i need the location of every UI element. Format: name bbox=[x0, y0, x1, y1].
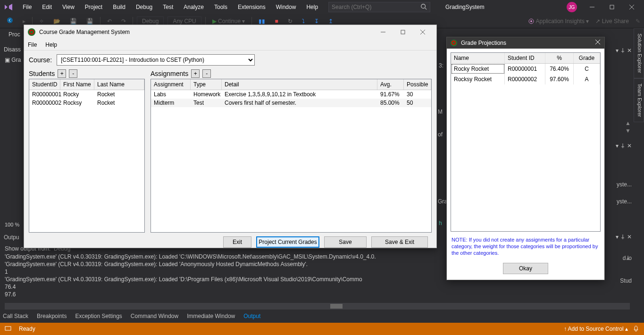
live-share-button[interactable]: ↗ Live Share bbox=[595, 18, 629, 25]
notifications-icon[interactable] bbox=[633, 325, 639, 333]
menu-debug[interactable]: Debug bbox=[131, 2, 157, 12]
sidetab-team-explorer[interactable]: Team Explorer bbox=[634, 78, 644, 122]
tab-output[interactable]: Output bbox=[243, 313, 260, 319]
student-add-button[interactable]: + bbox=[58, 69, 66, 78]
col-studentid[interactable]: StudentID bbox=[29, 79, 60, 90]
save-icon[interactable]: 💾 bbox=[67, 17, 80, 25]
assignment-row[interactable]: Labs Homework Exercise 1,3,5,8,9,10,12 i… bbox=[151, 90, 431, 99]
win2-close[interactable] bbox=[595, 40, 601, 46]
col-avg[interactable]: Avg. bbox=[377, 79, 404, 90]
win2-titlebar[interactable]: Grade Projections bbox=[447, 37, 604, 49]
global-search[interactable] bbox=[328, 2, 430, 12]
student-row[interactable]: R00000001 Rocky Rocket bbox=[29, 90, 144, 99]
projection-row[interactable]: Rocksy Rocket R00000002 97.60% A bbox=[451, 74, 600, 84]
tab-callstack[interactable]: Call Stack bbox=[3, 313, 28, 319]
dbg-pause-icon[interactable]: ▮▮ bbox=[256, 17, 268, 25]
menu-analyze[interactable]: Analyze bbox=[179, 2, 209, 12]
doc-tab[interactable]: ▣ Gra bbox=[5, 57, 21, 63]
nav-back-icon[interactable] bbox=[4, 16, 16, 26]
exit-button[interactable]: Exit bbox=[223, 236, 251, 248]
student-row[interactable]: R00000002 Rocksy Rocket bbox=[29, 99, 144, 107]
undo-icon[interactable]: ↶ bbox=[104, 17, 115, 25]
menu-file[interactable]: File bbox=[18, 2, 36, 12]
menu-window[interactable]: Window bbox=[271, 2, 301, 12]
menu-edit[interactable]: Edit bbox=[37, 2, 57, 12]
dbg-step-over-icon[interactable]: ⤵ bbox=[299, 17, 308, 25]
projections-grid[interactable]: Name Student ID % Grade Rocky Rocket R00… bbox=[451, 52, 601, 232]
assignments-grid[interactable]: Assignment Type Detail Avg. Possible Lab… bbox=[151, 79, 432, 233]
okay-button[interactable]: Okay bbox=[503, 263, 548, 274]
toolwindow-controls-2[interactable]: ▾ ✕ bbox=[616, 142, 632, 149]
feedback-icon[interactable]: ✎ bbox=[636, 18, 640, 25]
disassembly-tab[interactable]: Disass bbox=[4, 46, 21, 53]
save-exit-button[interactable]: Save & Exit bbox=[371, 236, 428, 248]
students-grid[interactable]: StudentID First Name Last Name R00000001… bbox=[29, 79, 145, 233]
win1-titlebar[interactable]: Course Grade Management System bbox=[24, 25, 436, 39]
assignment-add-button[interactable]: + bbox=[191, 69, 200, 78]
nav-fwd-icon[interactable]: ▸ bbox=[20, 17, 28, 25]
win1-close[interactable] bbox=[413, 25, 433, 39]
tab-command-window[interactable]: Command Window bbox=[131, 313, 178, 319]
window-maximize[interactable] bbox=[602, 0, 621, 14]
source-control-button[interactable]: ↑ Add to Source Control ▴ bbox=[564, 326, 628, 332]
tab-immediate-window[interactable]: Immediate Window bbox=[187, 313, 235, 319]
status-text: Ready bbox=[19, 326, 35, 332]
toolwindow-controls-3[interactable]: ▾ ✕ bbox=[616, 234, 632, 240]
scroll-down-icon[interactable]: ▼ bbox=[625, 127, 631, 134]
zoom-level[interactable]: 100 % bbox=[5, 222, 19, 227]
window-minimize[interactable] bbox=[583, 0, 602, 14]
col-grade[interactable]: Grade bbox=[574, 53, 600, 63]
menu-extensions[interactable]: Extensions bbox=[233, 2, 270, 12]
col-possible[interactable]: Possible bbox=[404, 79, 431, 90]
svg-line-1 bbox=[425, 8, 427, 9]
win1-menu-file[interactable]: File bbox=[28, 42, 37, 48]
col-name[interactable]: Name bbox=[451, 53, 505, 63]
tab-exception-settings[interactable]: Exception Settings bbox=[75, 313, 122, 319]
menu-help[interactable]: Help bbox=[301, 2, 323, 12]
win1-maximize[interactable] bbox=[393, 25, 413, 39]
col-type[interactable]: Type bbox=[191, 79, 222, 90]
toolwindow-controls-1[interactable]: ▾ ✕ bbox=[616, 47, 632, 54]
student-remove-button[interactable]: - bbox=[69, 69, 77, 78]
save-all-icon[interactable]: 💾 bbox=[84, 17, 96, 25]
app-insights-button[interactable]: Application Insights ▾ bbox=[528, 18, 589, 25]
user-avatar[interactable]: JG bbox=[567, 2, 577, 12]
assignment-row[interactable]: Midterm Test Covers first half of semest… bbox=[151, 99, 431, 107]
assignment-remove-button[interactable]: - bbox=[202, 69, 211, 78]
project-grades-button[interactable]: Project Current Grades bbox=[256, 236, 319, 248]
menu-tools[interactable]: Tools bbox=[209, 2, 232, 12]
window-close[interactable] bbox=[622, 0, 641, 14]
dbg-step-into-icon[interactable]: ↧ bbox=[311, 17, 322, 25]
sidetab-solution-explorer[interactable]: Solution Explorer bbox=[634, 28, 644, 78]
col-percent[interactable]: % bbox=[545, 53, 574, 63]
menubar: File Edit View Project Build Debug Test … bbox=[0, 0, 644, 14]
menu-test[interactable]: Test bbox=[158, 2, 178, 12]
col-lastname[interactable]: Last Name bbox=[94, 79, 144, 90]
col-firstname[interactable]: First Name bbox=[60, 79, 94, 90]
col-assignment[interactable]: Assignment bbox=[151, 79, 191, 90]
continue-button[interactable]: ▶ Continue ▾ bbox=[209, 17, 248, 25]
dbg-step-out-icon[interactable]: ↥ bbox=[326, 17, 336, 25]
col-detail[interactable]: Detail bbox=[222, 79, 377, 90]
frag: M bbox=[438, 109, 443, 115]
menu-build[interactable]: Build bbox=[108, 2, 130, 12]
assignments-heading: Assignments bbox=[151, 70, 188, 77]
menu-project[interactable]: Project bbox=[80, 2, 107, 12]
tab-breakpoints[interactable]: Breakpoints bbox=[37, 313, 67, 319]
output-tab-label[interactable]: Outpu bbox=[4, 234, 19, 241]
dbg-restart-icon[interactable]: ↻ bbox=[285, 17, 295, 25]
redo-icon[interactable]: ↷ bbox=[118, 17, 129, 25]
scroll-up-icon[interactable]: ▲ bbox=[625, 120, 631, 126]
save-button[interactable]: Save bbox=[324, 236, 367, 248]
projection-row[interactable]: Rocky Rocket R00000001 76.40% C bbox=[451, 64, 600, 74]
col-studentid[interactable]: Student ID bbox=[505, 53, 545, 63]
dbg-stop-icon[interactable]: ■ bbox=[272, 17, 281, 25]
output-h-scrollbar[interactable] bbox=[5, 303, 630, 310]
win1-menu-help[interactable]: Help bbox=[45, 42, 57, 48]
menu-view[interactable]: View bbox=[58, 2, 79, 12]
search-input[interactable] bbox=[332, 4, 420, 10]
new-item-icon[interactable]: ✧ bbox=[36, 17, 47, 25]
course-select[interactable]: [CSET1100:001-FL2021] - Introduction to … bbox=[57, 54, 255, 66]
open-icon[interactable]: 📂 bbox=[50, 17, 63, 25]
win1-minimize[interactable] bbox=[373, 25, 393, 39]
